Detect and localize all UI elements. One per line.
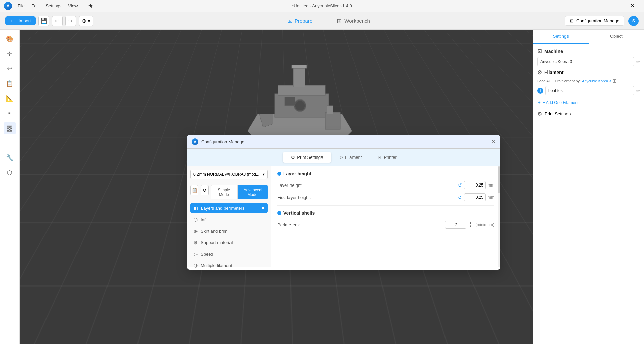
stepper-up[interactable]: ▲ (469, 221, 472, 225)
layer-height-row: Layer height: ↺ mm (277, 181, 494, 189)
sidebar-layers-icon[interactable]: ≡ (4, 137, 16, 149)
filament-dropdown[interactable]: boat test (545, 86, 634, 95)
modal-tab-print[interactable]: ⚙ Print Settings (283, 152, 331, 163)
machine-section-title: ⊡ Machine (537, 48, 640, 54)
sidebar-rotate-icon[interactable]: ↩ (4, 63, 16, 75)
chevron-down-icon: ▾ (263, 172, 265, 177)
machine-icon: ⊡ (537, 48, 542, 54)
undo-button[interactable]: ↩ (52, 16, 63, 26)
user-avatar[interactable]: S (628, 16, 639, 26)
filament-header: ⊘ Filament (537, 69, 640, 76)
tab-settings[interactable]: Settings (533, 30, 589, 44)
print-settings-tab-label: Print Settings (297, 155, 323, 160)
prepare-label: Prepare (295, 18, 312, 24)
sidebar-copy-icon[interactable]: 📋 (4, 78, 16, 90)
workbench-label: Workbench (344, 18, 370, 24)
right-panel: Settings Object ⊡ Machine Anycubic Kobra… (533, 30, 644, 344)
filament-row: 1 boat test ✏ (537, 86, 640, 95)
perimeters-row: Perimeters: ▲ ▼ (minimum) (277, 221, 494, 229)
advanced-mode-button[interactable]: Advanced Mode (238, 185, 268, 199)
machine-edit-icon[interactable]: ✏ (636, 59, 640, 64)
modal-tab-filament[interactable]: ⊘ Filament (331, 152, 370, 163)
svg-rect-8 (327, 106, 333, 114)
tab-object[interactable]: Object (589, 30, 644, 44)
svg-rect-7 (325, 112, 340, 129)
refresh-profile-button[interactable]: ↺ (201, 185, 209, 195)
ams-icon: ⊞ (612, 78, 617, 84)
menu-edit[interactable]: Edit (31, 3, 39, 8)
filament-edit-icon[interactable]: ✏ (636, 88, 640, 93)
menu-item-skirt[interactable]: ◉ Skirt and brim (190, 226, 268, 236)
support-menu-label: Support material (201, 240, 233, 245)
modal-body: 0.2mm NORMAL @KOBRA3 (mod... ▾ 📋 ↺ Simpl… (187, 166, 500, 267)
sidebar-hex-icon[interactable]: ⬡ (4, 167, 16, 179)
filament-ace-row: Load ACE Pro filament by: Anycubic Kobra… (537, 78, 640, 84)
orientation-button[interactable]: ⊕ ▾ (79, 16, 93, 26)
perimeters-stepper[interactable]: ▲ ▼ (469, 221, 472, 228)
first-layer-height-input[interactable] (464, 193, 486, 201)
tab-prepare[interactable]: ⟁ Prepare (283, 15, 318, 27)
filament-ace-text: Load ACE Pro filament by: (537, 79, 581, 83)
config-manage-label: Configuration Manage (576, 18, 619, 23)
svg-point-6 (295, 101, 305, 110)
menu-item-layers[interactable]: ◧ Layers and perimeters (190, 203, 268, 213)
layer-height-reset-icon[interactable]: ↺ (458, 182, 462, 188)
first-layer-label: First layer height: (277, 195, 331, 200)
add-filament-label: + Add One Filament (543, 100, 578, 105)
perimeters-input[interactable] (445, 221, 466, 229)
sidebar-box-icon[interactable]: ▪ (4, 107, 16, 119)
menu-item-multifilament[interactable]: ◑ Multiple filament (190, 260, 268, 270)
close-button[interactable]: ✕ (624, 1, 640, 11)
menu-bar: File Edit Settings View Help (18, 3, 93, 8)
filament-ace-link[interactable]: Anycubic Kobra 3 (582, 79, 611, 83)
modal-tab-printer[interactable]: ⊡ Printer (370, 152, 404, 163)
print-settings-section: ⚙ Print Settings (537, 111, 640, 117)
tab-workbench[interactable]: ⊞ Workbench (331, 15, 375, 27)
sidebar-scale-icon[interactable]: 📐 (4, 92, 16, 105)
menu-settings[interactable]: Settings (45, 3, 61, 8)
menu-view[interactable]: View (68, 3, 78, 8)
configuration-modal: A Configuration Manage ✕ ⚙ Print Setting… (187, 135, 500, 270)
perimeters-input-wrap: ▲ ▼ (minimum) (445, 221, 494, 229)
configuration-manage-button[interactable]: ⊞ Configuration Manage (565, 16, 624, 26)
section-dot-icon-2 (277, 211, 281, 215)
add-filament-button[interactable]: ＋ + Add One Filament (537, 98, 640, 107)
skirt-icon: ◉ (194, 228, 198, 234)
sidebar-move-icon[interactable]: ✛ (4, 48, 16, 60)
menu-item-support[interactable]: ⊕ Support material (190, 237, 268, 248)
menu-item-speed[interactable]: ◎ Speed (190, 249, 268, 259)
layers-icon: ◧ (194, 205, 198, 211)
modal-header: A Configuration Manage ✕ (187, 135, 500, 149)
main-toolbar: + + Import 💾 ↩ ↪ ⊕ ▾ ⟁ Prepare ⊞ Workben… (0, 12, 644, 30)
first-layer-reset-icon[interactable]: ↺ (458, 195, 462, 200)
menu-help[interactable]: Help (84, 3, 93, 8)
multifilament-icon: ◑ (194, 263, 198, 268)
titlebar-left: A File Edit Settings View Help (4, 2, 93, 10)
stepper-down[interactable]: ▼ (469, 225, 472, 228)
redo-button[interactable]: ↪ (65, 16, 76, 26)
plus-icon: ＋ (537, 99, 541, 105)
sidebar-paint-icon[interactable]: 🎨 (4, 33, 16, 45)
minimize-button[interactable]: ─ (588, 1, 604, 11)
import-button[interactable]: + + Import (5, 16, 36, 25)
filament-tab-label: Filament (345, 155, 362, 160)
save-button[interactable]: 💾 (38, 16, 49, 26)
import-label: + Import (15, 18, 31, 23)
menu-file[interactable]: File (18, 3, 25, 8)
layers-menu-label: Layers and perimeters (201, 206, 244, 211)
skirt-menu-label: Skirt and brim (201, 229, 227, 234)
sidebar-grid-icon[interactable]: ▩ (4, 122, 16, 134)
multifilament-menu-label: Multiple filament (201, 263, 232, 268)
modal-close-button[interactable]: ✕ (491, 139, 496, 145)
machine-dropdown[interactable]: Anycubic Kobra 3 (537, 57, 634, 66)
profile-actions: 📋 ↺ Simple Mode Advanced Mode (190, 185, 268, 199)
copy-profile-button[interactable]: 📋 (190, 185, 198, 195)
maximize-button[interactable]: □ (606, 1, 622, 11)
scrollbar-thumb[interactable] (498, 166, 500, 193)
layer-height-input[interactable] (464, 181, 486, 189)
modal-title: Configuration Manage (201, 139, 491, 144)
menu-item-infill[interactable]: ⬡ Infill (190, 214, 268, 225)
profile-dropdown[interactable]: 0.2mm NORMAL @KOBRA3 (mod... ▾ (190, 170, 268, 179)
simple-mode-button[interactable]: Simple Mode (211, 185, 238, 199)
sidebar-support-icon[interactable]: 🔧 (4, 152, 16, 164)
